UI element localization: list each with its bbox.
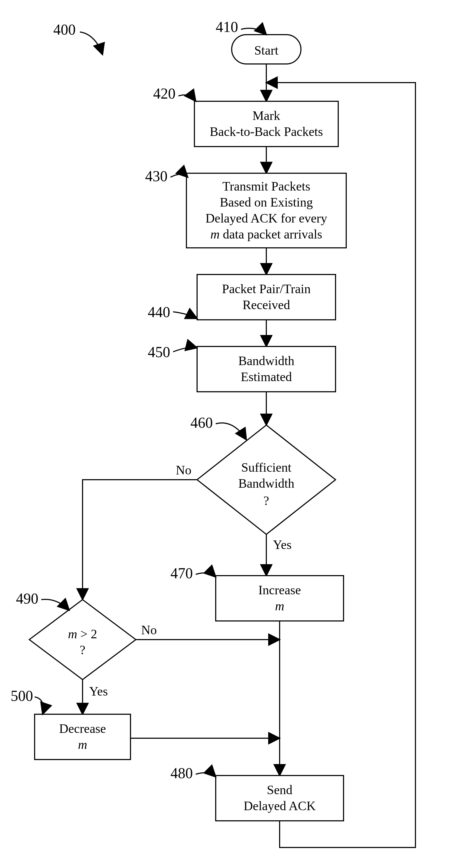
ref-500: 500 (11, 688, 33, 704)
box-470-l1: Increase (258, 583, 301, 597)
ref-500-leader (35, 697, 44, 714)
ref-440: 440 (148, 304, 170, 320)
ref-420: 420 (153, 85, 175, 102)
box-420 (194, 101, 338, 147)
label-460-yes: Yes (273, 537, 292, 552)
ref-490: 490 (16, 590, 38, 607)
decision-490-l1: m > 2 (68, 627, 97, 641)
box-480 (216, 776, 344, 821)
box-450 (197, 346, 335, 392)
ref-440-leader (173, 312, 197, 318)
box-480-l2: Delayed ACK (244, 799, 316, 813)
decision-460-q: ? (263, 494, 269, 508)
box-440 (197, 275, 335, 320)
box-500-l1: Decrease (59, 721, 106, 736)
box-470-m: m (275, 599, 284, 613)
box-430-l2: Based on Existing (220, 195, 313, 209)
box-470 (216, 576, 344, 621)
flowchart-diagram: 400 Start 410 Mark Back-to-Back Packets … (0, 0, 453, 868)
box-430-l3: Delayed ACK for every (205, 211, 327, 225)
ref-470-leader (196, 573, 216, 577)
ref-430-leader (170, 174, 188, 177)
box-480-l1: Send (267, 783, 292, 797)
start-label: Start (254, 43, 279, 57)
box-450-l1: Bandwidth (238, 354, 295, 368)
decision-460-l1: Sufficient (241, 460, 292, 474)
box-440-l1: Packet Pair/Train (222, 282, 311, 296)
decision-460-l2: Bandwidth (238, 476, 295, 490)
decision-490-q: ? (79, 643, 85, 657)
ref-410: 410 (216, 19, 238, 35)
box-430-l1: Transmit Packets (222, 179, 310, 193)
ref-400-leader (80, 32, 102, 55)
ref-420-leader (179, 95, 196, 101)
label-490-no: No (141, 623, 157, 637)
box-500-m: m (78, 737, 87, 751)
box-430-l4: m data packet arrivals (211, 227, 322, 241)
label-460-no: No (176, 463, 192, 477)
arrow-460-no (83, 480, 197, 600)
ref-450: 450 (148, 344, 170, 360)
ref-460: 460 (190, 414, 213, 431)
ref-480-leader (196, 773, 216, 777)
ref-470: 470 (170, 565, 193, 582)
box-440-l2: Received (242, 298, 290, 312)
label-490-yes: Yes (89, 684, 108, 698)
box-500 (35, 714, 130, 760)
ref-450-leader (173, 347, 197, 352)
ref-490-leader (41, 599, 69, 610)
box-420-l1: Mark (253, 108, 280, 123)
ref-410-leader (241, 28, 266, 35)
ref-430: 430 (145, 168, 167, 184)
ref-460-leader (216, 423, 246, 440)
box-450-l2: Estimated (241, 370, 292, 384)
ref-400: 400 (53, 21, 76, 38)
ref-480: 480 (170, 765, 193, 781)
box-420-l2: Back-to-Back Packets (209, 124, 323, 138)
